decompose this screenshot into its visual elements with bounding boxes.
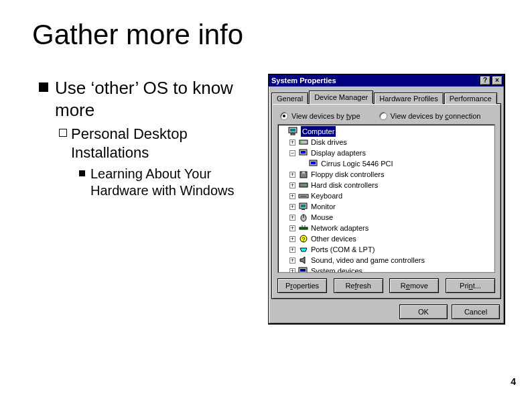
tree-item[interactable]: +Network adapters (279, 223, 493, 233)
expand-icon[interactable]: + (289, 215, 295, 221)
properties-button[interactable]: Properties (277, 278, 327, 293)
bullet2-text: Personal Desktop Installations (71, 125, 253, 162)
tree-item-label: Sound, video and game controllers (311, 255, 425, 266)
tab-device-manager[interactable]: Device Manager (309, 91, 373, 104)
tree-item-label: Other devices (311, 233, 356, 244)
svg-rect-2 (291, 133, 295, 135)
bullet-list: Use ‘other’ OS to know more Personal Des… (39, 77, 253, 199)
svg-rect-4 (300, 141, 302, 143)
view-mode-radios: View devices by type View devices by con… (280, 112, 492, 120)
square-bullet-icon (39, 82, 48, 92)
svg-rect-14 (300, 196, 307, 196)
tree-item-label: Monitor (311, 201, 336, 212)
tree-item[interactable]: +?Other devices (279, 233, 493, 244)
svg-rect-6 (301, 151, 306, 154)
tree-item-label: Computer (301, 126, 336, 137)
titlebar[interactable]: System Properties ? × (269, 74, 504, 87)
expand-icon[interactable]: + (289, 182, 295, 188)
tree-item-label: Mouse (311, 212, 333, 223)
open-square-bullet-icon (59, 129, 67, 137)
svg-rect-10 (302, 172, 305, 174)
tab-performance[interactable]: Performance (444, 93, 497, 104)
tree-item-label: Floppy disk controllers (311, 169, 384, 180)
computer-icon (288, 127, 299, 136)
radio-view-by-connection[interactable]: View devices by connection (379, 112, 481, 120)
tab-panel-device-manager: View devices by type View devices by con… (271, 103, 501, 299)
expand-icon[interactable]: + (289, 204, 295, 210)
tree-item[interactable]: −Display adapters (279, 148, 493, 158)
radio-view-by-type[interactable]: View devices by type (280, 112, 360, 120)
svg-rect-26 (300, 269, 306, 272)
expand-icon[interactable]: + (289, 268, 295, 274)
tree-item-label: Display adapters (311, 148, 366, 158)
hdc-icon (298, 180, 309, 190)
refresh-button[interactable]: Refresh (334, 278, 383, 293)
panel-button-row: Properties Refresh Remove Print... (277, 278, 495, 293)
svg-rect-1 (290, 129, 295, 131)
tree-child-item[interactable]: Cirrus Logic 5446 PCI (279, 158, 493, 169)
expand-icon[interactable]: + (289, 236, 295, 242)
help-button[interactable]: ? (480, 76, 490, 85)
radio-icon (379, 112, 387, 120)
display-icon (308, 159, 319, 168)
remove-button[interactable]: Remove (389, 278, 439, 293)
tree-item-label: Disk drives (311, 137, 347, 148)
slide-title: Gather more info (32, 19, 243, 51)
tree-item[interactable]: +Disk drives (279, 137, 493, 148)
tab-row: General Device Manager Hardware Profiles… (271, 91, 501, 103)
disk-icon (298, 137, 309, 147)
tree-item[interactable]: +Mouse (279, 212, 493, 223)
display-icon (298, 148, 309, 158)
tree-item[interactable]: +Hard disk controllers (279, 180, 493, 190)
tree-item[interactable]: +Floppy disk controllers (279, 169, 493, 180)
system-icon (298, 266, 309, 273)
tree-item[interactable]: +Ports (COM & LPT) (279, 244, 493, 255)
tree-item-label: System devices (311, 266, 362, 273)
tree-item-label: Ports (COM & LPT) (311, 244, 375, 255)
system-properties-dialog: System Properties ? × General Device Man… (268, 74, 505, 325)
expand-icon[interactable]: + (289, 258, 295, 264)
other-icon: ? (298, 234, 309, 243)
ok-button[interactable]: OK (399, 304, 448, 319)
bullet-level1: Use ‘other’ OS to know more (39, 77, 253, 121)
tree-item[interactable]: +Monitor (279, 201, 493, 212)
close-button[interactable]: × (492, 76, 503, 85)
sound-icon (298, 255, 309, 265)
svg-rect-16 (301, 205, 306, 207)
mouse-icon (298, 213, 309, 222)
expand-icon[interactable]: + (289, 225, 295, 231)
device-tree[interactable]: Computer+Disk drives−Display adaptersCir… (277, 124, 495, 273)
expand-icon[interactable]: + (289, 247, 295, 253)
tree-item[interactable]: +Keyboard (279, 190, 493, 201)
expand-icon[interactable]: + (289, 172, 295, 178)
dialog-button-row: OK Cancel (269, 302, 504, 323)
tree-item[interactable]: +System devices (279, 266, 493, 273)
expand-icon[interactable]: − (289, 150, 295, 156)
floppy-icon (298, 170, 309, 179)
expand-icon[interactable]: + (289, 193, 295, 199)
tree-root-computer[interactable]: Computer (279, 126, 493, 137)
bullet-level3: Learning About Your Hardware with Window… (79, 166, 253, 199)
tree-item[interactable]: +Sound, video and game controllers (279, 255, 493, 266)
dialog-title: System Properties (271, 76, 336, 84)
cancel-button[interactable]: Cancel (452, 304, 500, 319)
radio-icon (280, 112, 288, 120)
svg-rect-17 (302, 209, 305, 210)
expand-icon[interactable]: + (289, 139, 295, 146)
radio-by-type-label: View devices by type (291, 112, 360, 120)
bullet1-text: Use ‘other’ OS to know more (55, 77, 253, 121)
svg-rect-11 (300, 183, 308, 187)
ports-icon (298, 245, 309, 254)
page-number: 4 (511, 376, 516, 387)
svg-rect-20 (300, 227, 308, 229)
svg-text:?: ? (302, 236, 305, 243)
bullet3-text: Learning About Your Hardware with Window… (90, 166, 253, 199)
tree-item-label: Cirrus Logic 5446 PCI (321, 158, 393, 169)
tab-hardware-profiles[interactable]: Hardware Profiles (374, 93, 443, 104)
svg-point-12 (305, 184, 306, 186)
tab-general[interactable]: General (271, 93, 308, 104)
print-button[interactable]: Print... (446, 278, 495, 293)
tree-item-label: Network adapters (311, 223, 369, 233)
tree-item-label: Keyboard (311, 190, 342, 201)
bullet-level2: Personal Desktop Installations (59, 125, 253, 162)
